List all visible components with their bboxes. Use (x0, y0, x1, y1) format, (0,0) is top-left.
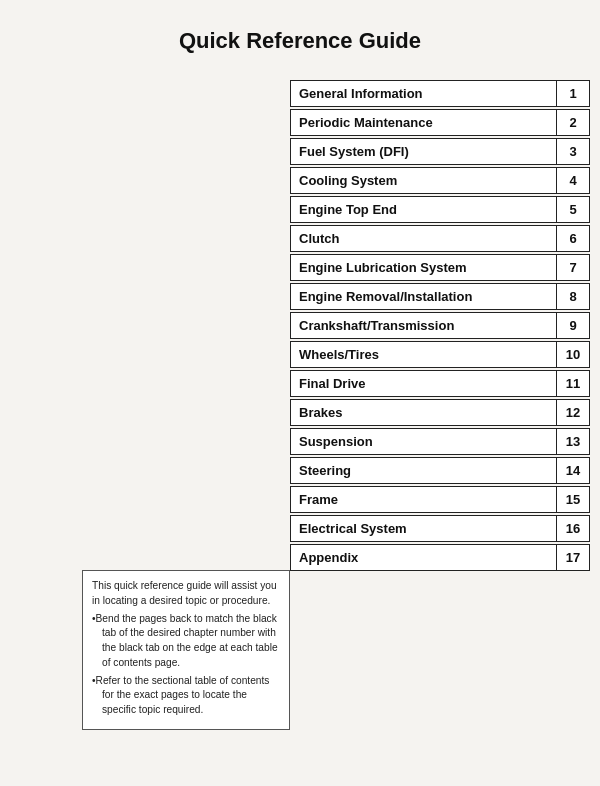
toc-number: 15 (557, 487, 589, 512)
toc-number: 16 (557, 516, 589, 541)
toc-label: Fuel System (DFI) (291, 139, 557, 164)
toc-label: Engine Lubrication System (291, 255, 557, 280)
toc-label: Suspension (291, 429, 557, 454)
note-bullet: •Refer to the sectional table of content… (92, 674, 280, 718)
toc-label: Appendix (291, 545, 557, 570)
toc-label: Steering (291, 458, 557, 483)
toc-number: 10 (557, 342, 589, 367)
toc-number: 2 (557, 110, 589, 135)
toc-row: Final Drive11 (290, 370, 590, 397)
toc-label: Engine Removal/Installation (291, 284, 557, 309)
toc-row: Electrical System16 (290, 515, 590, 542)
toc-label: Engine Top End (291, 197, 557, 222)
toc-label: Clutch (291, 226, 557, 251)
toc-row: General Information1 (290, 80, 590, 107)
toc-number: 6 (557, 226, 589, 251)
toc-label: General Information (291, 81, 557, 106)
toc-row: Suspension13 (290, 428, 590, 455)
toc-number: 9 (557, 313, 589, 338)
note-intro: This quick reference guide will assist y… (92, 579, 280, 609)
toc-row: Engine Top End5 (290, 196, 590, 223)
toc-number: 14 (557, 458, 589, 483)
toc-number: 17 (557, 545, 589, 570)
toc-number: 8 (557, 284, 589, 309)
toc-row: Frame15 (290, 486, 590, 513)
toc-row: Steering14 (290, 457, 590, 484)
toc-row: Brakes12 (290, 399, 590, 426)
toc-number: 3 (557, 139, 589, 164)
toc-number: 7 (557, 255, 589, 280)
toc-label: Periodic Maintenance (291, 110, 557, 135)
toc-row: Engine Removal/Installation8 (290, 283, 590, 310)
toc-label: Final Drive (291, 371, 557, 396)
toc-number: 4 (557, 168, 589, 193)
toc-number: 13 (557, 429, 589, 454)
page: Quick Reference Guide General Informatio… (0, 0, 600, 786)
toc-row: Clutch6 (290, 225, 590, 252)
toc-label: Electrical System (291, 516, 557, 541)
toc-row: Appendix17 (290, 544, 590, 571)
note-bullet: •Bend the pages back to match the black … (92, 612, 280, 671)
toc-number: 5 (557, 197, 589, 222)
toc-row: Cooling System4 (290, 167, 590, 194)
toc-row: Crankshaft/Transmission9 (290, 312, 590, 339)
toc-row: Engine Lubrication System7 (290, 254, 590, 281)
toc-label: Cooling System (291, 168, 557, 193)
toc-number: 1 (557, 81, 589, 106)
toc-label: Wheels/Tires (291, 342, 557, 367)
toc-number: 12 (557, 400, 589, 425)
page-title: Quick Reference Guide (0, 0, 600, 72)
toc-number: 11 (557, 371, 589, 396)
toc-container: General Information1Periodic Maintenance… (290, 80, 590, 573)
toc-row: Fuel System (DFI)3 (290, 138, 590, 165)
toc-row: Periodic Maintenance2 (290, 109, 590, 136)
note-box: This quick reference guide will assist y… (82, 570, 290, 730)
toc-label: Brakes (291, 400, 557, 425)
toc-label: Frame (291, 487, 557, 512)
toc-row: Wheels/Tires10 (290, 341, 590, 368)
toc-label: Crankshaft/Transmission (291, 313, 557, 338)
